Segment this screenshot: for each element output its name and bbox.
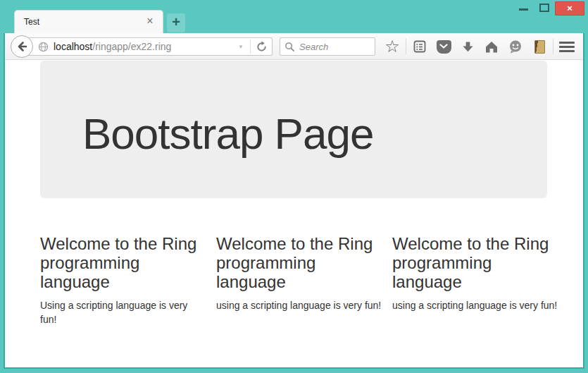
feature-column-2: Welcome to the Ring programming language… [216,234,382,312]
book-addon-icon [534,40,545,54]
toolbar-icons: ☆ [380,33,579,60]
search-input[interactable] [299,42,370,52]
search-box[interactable] [280,37,375,56]
reload-button[interactable] [251,41,272,53]
navigation-toolbar: localhost/ringapp/ex22.ring ▼ [5,33,583,60]
bookmark-star-button[interactable]: ☆ [380,35,404,58]
close-button[interactable]: × [555,1,584,16]
window-frame: localhost/ringapp/ex22.ring ▼ [4,33,584,369]
title-bar: Test × + × [0,0,588,33]
search-icon [284,42,295,52]
home-icon [484,40,499,54]
tab-title: Test [24,17,39,27]
url-domain: localhost [54,41,92,52]
download-arrow-icon [461,40,475,54]
toolbar-separator [553,39,553,54]
url-dropdown-icon[interactable]: ▼ [232,44,250,50]
pocket-icon [437,40,451,54]
feature-column-1: Welcome to the Ring programming language… [40,234,206,326]
page-content: Bootstrap Page Welcome to the Ring progr… [5,60,583,367]
browser-tab[interactable]: Test × [14,10,163,33]
page-title: Bootstrap Page [82,109,373,159]
column-heading: Welcome to the Ring programming language [40,234,206,291]
maximize-button[interactable] [539,4,549,12]
minimize-button[interactable] [519,8,528,11]
back-button[interactable] [11,35,33,58]
browser-window: Test × + × l [0,0,588,373]
pocket-button[interactable] [432,35,456,58]
reload-icon [256,41,268,53]
url-bar[interactable]: localhost/ringapp/ex22.ring ▼ [22,37,273,56]
column-heading: Welcome to the Ring programming language [392,234,558,291]
feature-column-3: Welcome to the Ring programming language… [392,234,558,312]
column-text: using a scripting language is very fun! [392,298,558,312]
hamburger-menu-icon [559,42,575,52]
bookmark-star-icon: ☆ [384,39,400,54]
bookmarks-clipboard-icon [413,39,427,54]
url-path: /ringapp/ex22.ring [92,41,171,52]
hello-button[interactable] [503,35,527,58]
toolbar-separator [406,39,406,54]
jumbotron: Bootstrap Page [40,61,547,198]
menu-button[interactable] [555,35,579,58]
globe-icon [38,42,49,52]
bookmarks-menu-button[interactable] [408,35,432,58]
back-arrow-icon [15,40,28,53]
tab-close-icon[interactable]: × [143,13,157,29]
new-tab-button[interactable]: + [167,13,185,32]
column-text: Using a scripting language is very fun! [40,298,206,326]
addon-button[interactable] [527,35,551,58]
home-button[interactable] [480,35,503,58]
column-text: using a scripting language is very fun! [216,298,382,312]
column-heading: Welcome to the Ring programming language [216,234,382,291]
hello-smiley-icon [508,39,523,54]
download-button[interactable] [456,35,480,58]
